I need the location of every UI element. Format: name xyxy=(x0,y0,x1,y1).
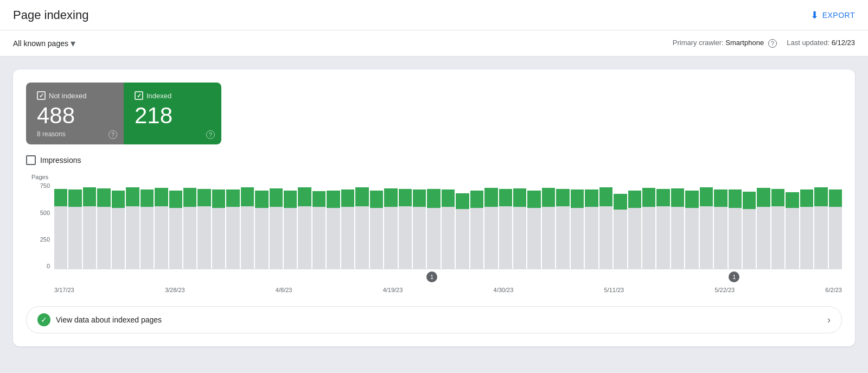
bar-gray xyxy=(714,207,727,269)
bar-gray xyxy=(183,207,196,269)
chart-bars xyxy=(54,182,842,269)
bar-green xyxy=(327,191,340,208)
bar-green xyxy=(212,189,225,208)
export-button[interactable]: ⬇ EXPORT xyxy=(810,9,855,21)
bar-group xyxy=(527,182,540,269)
bar-group xyxy=(743,182,756,269)
crawler-prefix: Primary crawler: xyxy=(673,39,724,47)
bar-group xyxy=(427,182,440,269)
y-tick-250: 250 xyxy=(40,236,50,243)
bar-green xyxy=(169,191,182,208)
indexed-help-icon[interactable]: ? xyxy=(206,130,215,139)
bar-group xyxy=(671,182,684,269)
bar-green xyxy=(413,189,426,207)
bar-gray xyxy=(97,207,110,269)
y-tick-750: 750 xyxy=(40,182,50,189)
bar-green xyxy=(284,191,297,208)
bar-green xyxy=(370,191,383,208)
bar-group xyxy=(370,182,383,269)
indexed-value: 218 xyxy=(135,103,210,128)
view-data-link[interactable]: ✓ View data about indexed pages › xyxy=(26,306,842,333)
all-pages-dropdown[interactable]: All known pages ▾ xyxy=(13,37,75,49)
bar-gray xyxy=(542,207,555,269)
bar-green xyxy=(829,189,842,207)
bar-green xyxy=(513,188,526,207)
bar-group xyxy=(800,182,813,269)
bar-green xyxy=(355,187,368,206)
crawler-help-icon[interactable]: ? xyxy=(768,39,777,48)
bar-green xyxy=(255,191,268,208)
y-tick-0: 0 xyxy=(47,263,50,269)
bar-gray xyxy=(671,207,684,269)
bar-green xyxy=(241,187,254,206)
indexed-checkbox[interactable] xyxy=(135,91,143,100)
bar-green xyxy=(599,187,612,206)
bar-gray xyxy=(155,206,168,269)
main-card: Not indexed 488 8 reasons ? Indexed 218 … xyxy=(13,69,855,346)
impressions-checkbox[interactable] xyxy=(26,155,36,165)
x-label: 5/22/23 xyxy=(714,287,735,293)
bar-gray xyxy=(700,206,713,269)
bar-green xyxy=(771,189,784,206)
not-indexed-checkbox[interactable] xyxy=(37,91,46,100)
bar-green xyxy=(786,192,799,208)
bar-group xyxy=(298,182,311,269)
bar-group xyxy=(599,182,612,269)
bar-gray xyxy=(786,208,799,269)
bar-gray xyxy=(83,206,96,269)
bar-gray xyxy=(427,208,440,269)
bar-group xyxy=(83,182,96,269)
not-indexed-box: Not indexed 488 8 reasons ? xyxy=(26,83,124,144)
bar-green xyxy=(729,189,742,208)
bar-green xyxy=(685,191,698,208)
bar-group xyxy=(126,182,139,269)
bar-group xyxy=(685,182,698,269)
bar-group xyxy=(814,182,827,269)
bar-green xyxy=(585,189,598,207)
page-wrapper: Page indexing ⬇ EXPORT All known pages ▾… xyxy=(0,0,868,373)
crawler-name: Smartphone xyxy=(725,39,764,47)
bar-gray xyxy=(312,207,326,269)
bar-gray xyxy=(656,206,669,269)
bar-green xyxy=(83,187,96,206)
bar-group xyxy=(729,182,742,269)
bar-gray xyxy=(355,206,368,269)
view-data-left: ✓ View data about indexed pages xyxy=(37,313,162,326)
bar-group xyxy=(614,182,627,269)
bar-gray xyxy=(743,209,756,269)
bar-gray xyxy=(470,208,483,269)
bar-group xyxy=(241,182,254,269)
last-updated-value: 6/12/23 xyxy=(832,39,855,47)
bar-gray xyxy=(556,206,569,269)
bar-group xyxy=(484,182,497,269)
bar-group xyxy=(413,182,426,269)
bar-gray xyxy=(729,208,742,269)
bar-group xyxy=(141,182,154,269)
bar-group xyxy=(270,182,283,269)
bar-gray xyxy=(442,207,455,269)
bar-gray xyxy=(628,208,641,269)
bar-gray xyxy=(141,207,154,269)
bar-green xyxy=(456,193,469,209)
bar-group xyxy=(155,182,168,269)
indexed-label: Indexed xyxy=(146,92,171,100)
indexed-box: Indexed 218 ? xyxy=(124,83,221,144)
bar-green xyxy=(571,189,584,208)
bar-gray xyxy=(126,206,139,269)
header: Page indexing ⬇ EXPORT xyxy=(0,0,868,30)
bar-gray xyxy=(456,209,469,269)
bar-gray xyxy=(255,208,268,269)
bar-green xyxy=(556,189,569,206)
bar-green xyxy=(800,189,813,207)
bar-green xyxy=(499,189,512,206)
chevron-right-icon: › xyxy=(827,314,831,326)
bar-group xyxy=(112,182,125,269)
bar-group xyxy=(829,182,842,269)
bar-gray xyxy=(771,206,784,269)
bar-group xyxy=(700,182,713,269)
bar-gray xyxy=(112,208,125,269)
bar-green xyxy=(427,189,440,208)
not-indexed-help-icon[interactable]: ? xyxy=(108,130,117,139)
chart-area: Pages 750 500 250 0 xyxy=(31,174,842,293)
bar-gray xyxy=(499,206,512,269)
